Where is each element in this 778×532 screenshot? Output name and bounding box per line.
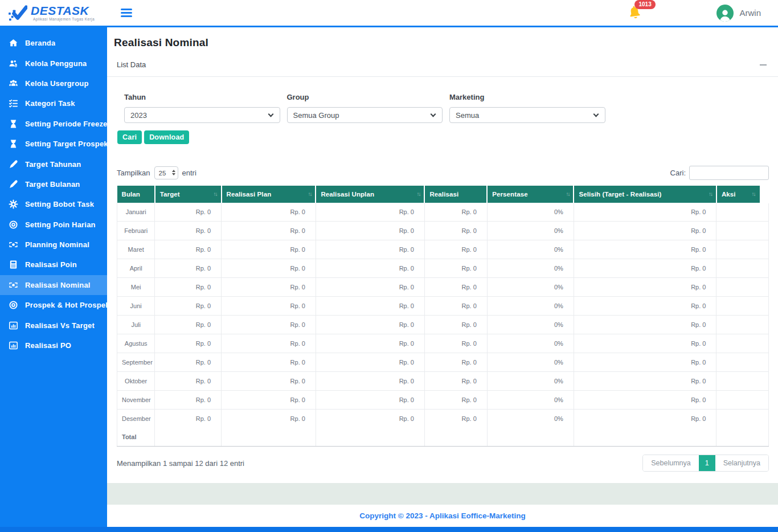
sidebar-item-planning-nominal[interactable]: Planning Nominal bbox=[0, 235, 107, 255]
sidebar-item-prospek-hot-prospek[interactable]: Prospek & Hot Prospek bbox=[0, 295, 107, 315]
sidebar-item-label: Target Bulanan bbox=[25, 180, 80, 189]
table-info: Menampilkan 1 sampai 12 dari 12 entri bbox=[117, 459, 244, 468]
table-row-juni: JuniRp. 0Rp. 0Rp. 0Rp. 00%Rp. 0 bbox=[117, 297, 769, 316]
cell-target: Rp. 0 bbox=[155, 353, 222, 372]
sort-icon: ↑↓ bbox=[416, 191, 420, 197]
cell-target: Rp. 0 bbox=[155, 391, 222, 410]
table-total-row: Total bbox=[117, 428, 769, 447]
cell-realisasi-plan: Rp. 0 bbox=[222, 278, 316, 297]
sidebar-item-label: Setting Poin Harian bbox=[25, 220, 96, 229]
bullseye-icon bbox=[8, 300, 18, 310]
sidebar-item-beranda[interactable]: Beranda bbox=[0, 33, 107, 53]
cell-realisasi-unplan: Rp. 0 bbox=[316, 372, 424, 391]
table-row-september: SeptemberRp. 0Rp. 0Rp. 0Rp. 00%Rp. 0 bbox=[117, 353, 769, 372]
column-header-realisasi-unplan[interactable]: Realisasi Unplan↑↓ bbox=[316, 186, 424, 203]
cell-realisasi-unplan: Rp. 0 bbox=[316, 391, 424, 410]
column-header-selisih-target-realisasi[interactable]: Selisih (Target - Realisasi)↑↓ bbox=[574, 186, 716, 203]
column-header-persentase[interactable]: Persentase↑↓ bbox=[487, 186, 574, 203]
table-row-november: NovemberRp. 0Rp. 0Rp. 0Rp. 00%Rp. 0 bbox=[117, 391, 769, 410]
sidebar-item-setting-poin-harian[interactable]: Setting Poin Harian bbox=[0, 215, 107, 235]
cell-realisasi: Rp. 0 bbox=[424, 334, 487, 353]
cell-bulan: September bbox=[117, 353, 155, 372]
calculator-icon bbox=[8, 260, 18, 270]
column-header-aksi[interactable]: Aksi↑↓ bbox=[716, 186, 769, 203]
cari-button[interactable]: Cari bbox=[117, 130, 142, 144]
sidebar-item-realisasi-poin[interactable]: Realisasi Poin bbox=[0, 255, 107, 275]
main-content: Realisasi Nominal List Data Tahun 2023 bbox=[107, 27, 778, 532]
sidebar-item-setting-bobot-task[interactable]: Setting Bobot Task bbox=[0, 194, 107, 214]
cell-persentase: 0% bbox=[487, 353, 574, 372]
banknote-icon bbox=[8, 280, 18, 290]
home-icon bbox=[8, 38, 18, 48]
collapse-card-button[interactable] bbox=[757, 62, 769, 68]
column-header-realisasi-plan[interactable]: Realisasi Plan↑↓ bbox=[222, 186, 316, 203]
brand-tagline: Aplikasi Manajemen Tugas Kerja bbox=[31, 18, 95, 22]
cell-realisasi-unplan: Rp. 0 bbox=[316, 353, 424, 372]
cell-target: Rp. 0 bbox=[155, 316, 222, 334]
sidebar-item-setting-periode-freeze[interactable]: Setting Periode Freeze bbox=[0, 114, 107, 134]
sidebar-item-setting-target-prospek[interactable]: Setting Target Prospek bbox=[0, 134, 107, 154]
sidebar-item-realisasi-nominal[interactable]: Realisasi Nominal bbox=[0, 275, 107, 295]
download-button[interactable]: Download bbox=[144, 130, 189, 144]
bar-chart-icon bbox=[8, 341, 18, 351]
table-body: JanuariRp. 0Rp. 0Rp. 0Rp. 00%Rp. 0Februa… bbox=[117, 203, 769, 428]
sidebar-item-realisasi-po[interactable]: Realisasi PO bbox=[0, 335, 107, 355]
filter-marketing: Marketing Semua bbox=[449, 93, 605, 123]
sidebar-item-realisasi-vs-target[interactable]: Realisasi Vs Target bbox=[0, 315, 107, 335]
table-row-april: AprilRp. 0Rp. 0Rp. 0Rp. 00%Rp. 0 bbox=[117, 259, 769, 278]
cell-selisih: Rp. 0 bbox=[574, 334, 716, 353]
sort-icon: ↑↓ bbox=[752, 191, 755, 197]
group-select[interactable]: Semua Group bbox=[287, 107, 443, 123]
brand-check-icon bbox=[8, 5, 27, 22]
cell-selisih: Rp. 0 bbox=[574, 410, 716, 428]
cell-bulan: Juni bbox=[117, 297, 155, 316]
table-row-oktober: OktoberRp. 0Rp. 0Rp. 0Rp. 00%Rp. 0 bbox=[117, 372, 769, 391]
brand-logo[interactable]: DESTASK Aplikasi Manajemen Tugas Kerja bbox=[0, 5, 107, 22]
card-title: List Data bbox=[117, 60, 146, 69]
sidebar-item-label: Setting Periode Freeze bbox=[25, 120, 107, 128]
cell-target: Rp. 0 bbox=[155, 259, 222, 278]
cell-target: Rp. 0 bbox=[155, 410, 222, 428]
cell-realisasi-plan: Rp. 0 bbox=[222, 353, 316, 372]
cell-realisasi: Rp. 0 bbox=[424, 353, 487, 372]
cell-aksi bbox=[716, 410, 769, 428]
sidebar-item-kelola-pengguna[interactable]: Kelola Pengguna bbox=[0, 53, 107, 73]
cell-aksi bbox=[716, 278, 769, 297]
pagination-next-button[interactable]: Selanjutnya bbox=[715, 455, 768, 471]
notifications-button[interactable]: 1013 bbox=[628, 5, 642, 22]
menu-toggle-button[interactable] bbox=[118, 6, 134, 19]
cell-target: Rp. 0 bbox=[155, 297, 222, 316]
cell-bulan: Desember bbox=[117, 410, 155, 428]
sort-icon: ↑↓ bbox=[308, 191, 311, 197]
cell-realisasi: Rp. 0 bbox=[424, 278, 487, 297]
tahun-select[interactable]: 2023 bbox=[124, 107, 280, 123]
group-label: Group bbox=[287, 93, 443, 101]
page-length-control: Tampilkan 25 entri bbox=[117, 166, 196, 179]
sidebar-item-label: Kategori Task bbox=[25, 99, 75, 108]
cell-persentase: 0% bbox=[487, 334, 574, 353]
marketing-select[interactable]: Semua bbox=[449, 107, 605, 123]
column-header-target[interactable]: Target↑↓ bbox=[155, 186, 222, 203]
entries-select[interactable]: 25 bbox=[154, 166, 178, 179]
hourglass-icon bbox=[8, 118, 18, 129]
sidebar-item-kelola-usergroup[interactable]: Kelola Usergroup bbox=[0, 73, 107, 93]
cell-target: Rp. 0 bbox=[155, 203, 222, 222]
sidebar-item-kategori-task[interactable]: Kategori Task bbox=[0, 93, 107, 113]
tahun-label: Tahun bbox=[124, 93, 280, 101]
user-menu[interactable]: Arwin bbox=[716, 5, 761, 22]
realisasi-nominal-table: BulanTarget↑↓Realisasi Plan↑↓Realisasi U… bbox=[117, 186, 769, 447]
cell-aksi bbox=[716, 353, 769, 372]
pagination-prev-button[interactable]: Sebelumnya bbox=[643, 455, 699, 471]
copyright-text: Copyright © 2023 - Aplikasi Eoffice-Mark… bbox=[359, 511, 526, 520]
cell-aksi bbox=[716, 297, 769, 316]
sidebar-item-target-bulanan[interactable]: Target Bulanan bbox=[0, 174, 107, 194]
cell-realisasi: Rp. 0 bbox=[424, 222, 487, 240]
table-search-input[interactable] bbox=[689, 166, 769, 180]
sidebar-item-label: Setting Bobot Task bbox=[25, 200, 94, 208]
pagination-page-1[interactable]: 1 bbox=[699, 455, 715, 471]
table-row-desember: DesemberRp. 0Rp. 0Rp. 0Rp. 00%Rp. 0 bbox=[117, 410, 769, 428]
bar-chart-icon bbox=[8, 320, 18, 330]
sidebar-item-target-tahunan[interactable]: Target Tahunan bbox=[0, 154, 107, 174]
sidebar-item-label: Beranda bbox=[25, 39, 55, 47]
cell-target: Rp. 0 bbox=[155, 372, 222, 391]
